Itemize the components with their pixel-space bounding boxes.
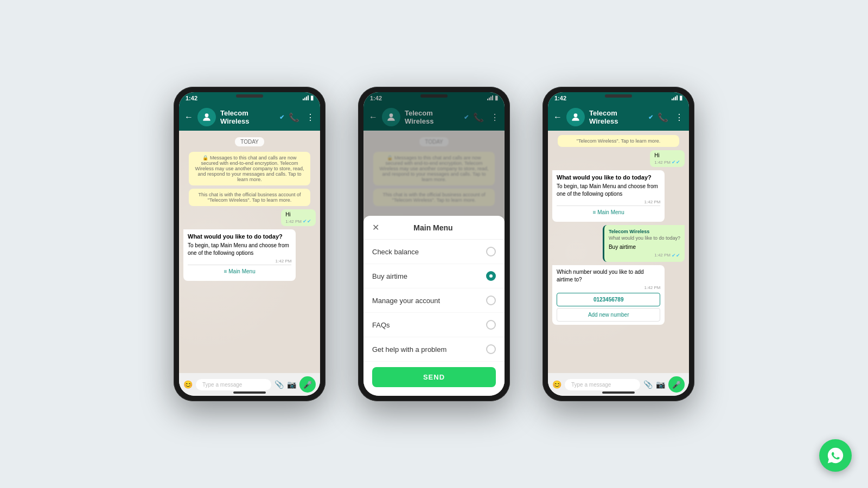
more-icon-1[interactable]: ⋮ — [306, 112, 315, 123]
phone-3: 1:42 ▮ ← — [542, 87, 694, 401]
bot-bubble-3: What would you like to do today? To begi… — [552, 170, 665, 222]
bot-body-3: To begin, tap Main Menu and choose from … — [557, 183, 660, 198]
signal-icon-1 — [303, 95, 309, 100]
official-msg-1: This chat is with the official business … — [189, 189, 310, 206]
bot-bubble2-3: Which number would you like to add airti… — [552, 265, 665, 324]
status-bar-3: 1:42 ▮ — [548, 92, 689, 104]
battery-icon-3: ▮ — [679, 94, 682, 101]
bot-time-3: 1:42 PM — [557, 199, 660, 205]
verified-badge-1: ✔ — [279, 114, 284, 121]
call-icon-1[interactable]: 📞 — [289, 112, 299, 123]
date-divider-1: TODAY — [235, 137, 264, 146]
avatar-3 — [566, 108, 585, 126]
bot-time-1: 1:42 PM — [188, 258, 291, 264]
status-icons-1: ▮ — [303, 94, 314, 101]
wa-header-1: ← Telecom Wireless ✔ 📞 ⋮ — [179, 104, 320, 131]
bot-body-1: To begin, tap Main Menu and choose from … — [188, 242, 291, 257]
contact-name-1: Telecom Wireless ✔ — [220, 109, 284, 125]
menu-item-faqs[interactable]: FAQs — [363, 313, 505, 337]
menu-item-buy-airtime[interactable]: Buy airtime — [363, 264, 505, 288]
tap-learn-3: "Telecom Wireless". Tap to learn more. — [558, 135, 679, 147]
check-marks-1: ✔✔ — [303, 219, 311, 224]
menu-item-manage-account[interactable]: Manage your account — [363, 288, 505, 313]
bot-title-3: What would you like to do today? — [557, 174, 660, 182]
attach-icon-3[interactable]: 📎 — [643, 380, 653, 389]
time-3: 1:42 — [554, 95, 566, 101]
modal-overlay-2: ✕ Main Menu Check balance Buy airtime Ma… — [363, 92, 505, 396]
radio-get-help[interactable] — [486, 344, 496, 354]
status-icons-3: ▮ — [672, 94, 682, 101]
emoji-icon-1[interactable]: 😊 — [183, 380, 193, 389]
send-button[interactable]: SEND — [372, 367, 496, 387]
battery-icon-1: ▮ — [310, 94, 314, 101]
bot2-title-3: Which number would you like to add airti… — [557, 268, 660, 284]
system-msg-1: 🔒 Messages to this chat and calls are no… — [189, 152, 310, 185]
main-menu-modal: ✕ Main Menu Check balance Buy airtime Ma… — [363, 216, 505, 396]
input-bar-1: 😊 Type a message 📎 📷 🎤 — [179, 373, 320, 396]
emoji-icon-3[interactable]: 😊 — [552, 380, 561, 389]
hi-bubble-3: Hi 1:42 PM ✔✔ — [650, 150, 685, 167]
radio-check-balance[interactable] — [486, 247, 496, 256]
menu-item-get-help[interactable]: Get help with a problem — [363, 337, 505, 362]
check-marks-3: ✔✔ — [672, 159, 680, 165]
quick-reply-2-btn[interactable]: Add new number — [557, 308, 660, 322]
more-icon-3[interactable]: ⋮ — [675, 112, 684, 123]
message-input-3[interactable]: Type a message — [565, 379, 640, 390]
header-icons-3: 📞 ⋮ — [658, 112, 684, 123]
signal-icon-3 — [672, 95, 678, 100]
chat-area-3: "Telecom Wireless". Tap to learn more. H… — [548, 131, 689, 373]
time-1: 1:42 — [186, 95, 197, 101]
user-reply-time-3: 1:42 PM ✔✔ — [609, 252, 680, 259]
wa-header-3: ← Telecom Wireless ✔ 📞 ⋮ — [548, 104, 689, 131]
chat-area-1: TODAY 🔒 Messages to this chat and calls … — [179, 131, 320, 373]
hi-time-1: 1:42 PM ✔✔ — [285, 219, 311, 224]
main-menu-btn-1[interactable]: ≡ Main Menu — [188, 265, 291, 278]
attach-icon-1[interactable]: 📎 — [275, 380, 284, 389]
modal-header: ✕ Main Menu — [363, 216, 505, 240]
back-arrow-3[interactable]: ← — [553, 112, 562, 122]
reply-question-3: What would you like to do today? — [609, 235, 680, 242]
bot-bubble-1: What would you like to do today? To begi… — [183, 229, 296, 281]
avatar-1 — [197, 108, 216, 126]
radio-buy-airtime[interactable] — [486, 271, 496, 281]
svg-point-0 — [205, 113, 209, 117]
contact-name-3: Telecom Wireless ✔ — [589, 109, 653, 125]
hi-time-3: 1:42 PM ✔✔ — [654, 159, 680, 165]
reply-choice-3: Buy airtime — [609, 243, 680, 251]
status-bar-1: 1:42 ▮ — [179, 92, 320, 104]
mic-btn-3[interactable]: 🎤 — [668, 376, 685, 393]
input-bar-3: 😊 Type a message 📎 📷 🎤 — [548, 373, 689, 396]
reply-company-3: Telecom Wireless — [609, 228, 680, 235]
radio-faqs[interactable] — [486, 320, 496, 330]
modal-close-btn[interactable]: ✕ — [372, 222, 379, 233]
contact-info-1: Telecom Wireless ✔ — [220, 109, 284, 125]
phones-container: 1:42 ▮ ← — [174, 87, 694, 401]
verified-badge-3: ✔ — [648, 114, 653, 121]
back-arrow-1[interactable]: ← — [184, 112, 193, 122]
user-reply-bubble-3: Telecom Wireless What would you like to … — [603, 225, 685, 262]
message-input-1[interactable]: Type a message — [196, 379, 271, 390]
modal-title: Main Menu — [379, 223, 487, 232]
contact-info-3: Telecom Wireless ✔ — [589, 109, 653, 125]
whatsapp-logo[interactable] — [819, 439, 852, 472]
radio-manage-account[interactable] — [486, 296, 496, 305]
svg-point-2 — [574, 113, 578, 117]
camera-icon-3[interactable]: 📷 — [656, 380, 665, 389]
camera-icon-1[interactable]: 📷 — [287, 380, 296, 389]
phone-1: 1:42 ▮ ← — [174, 87, 326, 401]
main-menu-btn-3[interactable]: ≡ Main Menu — [557, 206, 660, 219]
bot2-time-3: 1:42 PM — [557, 285, 660, 291]
hi-bubble-1: Hi 1:42 PM ✔✔ — [281, 209, 316, 226]
call-icon-3[interactable]: 📞 — [658, 112, 668, 123]
quick-reply-1-btn[interactable]: 0123456789 — [557, 293, 660, 306]
bot-title-1: What would you like to do today? — [188, 233, 291, 241]
mic-btn-1[interactable]: 🎤 — [299, 376, 316, 393]
header-icons-1: 📞 ⋮ — [289, 112, 315, 123]
menu-item-check-balance[interactable]: Check balance — [363, 240, 505, 264]
phone-2: 1:42 ▮ ← — [358, 87, 510, 401]
